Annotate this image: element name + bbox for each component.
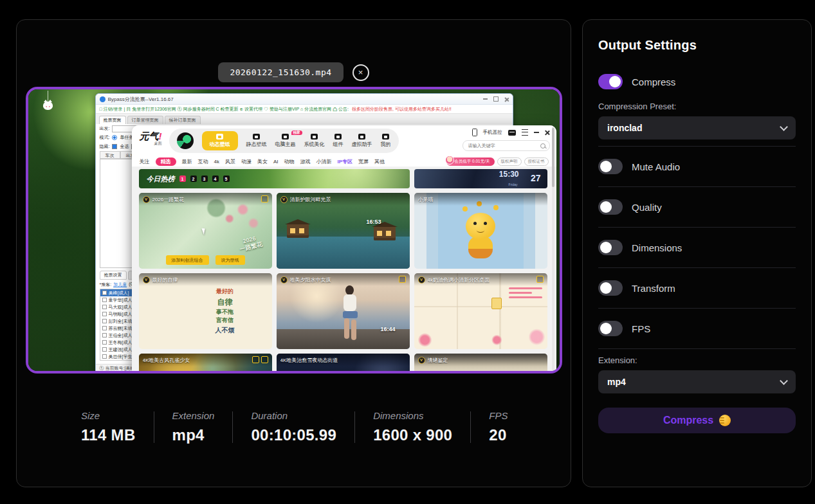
character-art <box>466 213 495 240</box>
image-icon <box>253 134 260 140</box>
nav-pc-theme[interactable]: 独家 电脑主题 <box>275 134 296 148</box>
fullscreen-icon[interactable] <box>536 276 544 283</box>
passenger-checkbox[interactable] <box>102 319 107 323</box>
menu-icon[interactable] <box>522 129 528 136</box>
category-game[interactable]: 游戏 <box>300 158 311 165</box>
membership-promo-banner[interactable]: 会员低于 0.01元/天 <box>446 158 494 166</box>
mute-audio-toggle[interactable] <box>598 159 623 174</box>
ticket-tab-waitlist[interactable]: 候补订单页面 <box>165 116 201 124</box>
wallpaper-card[interactable]: 2026一路繁花 2026 一路繁花 添加到创意组合 设为壁纸 <box>139 193 272 269</box>
set-as-wallpaper-button[interactable]: 设为壁纸 <box>215 255 245 265</box>
wallpaper-card[interactable]: 最好的自律 最好的 自律 事不拖 言有信 人不烦 <box>139 273 272 349</box>
category-beauty[interactable]: 美女 <box>257 158 268 165</box>
category-interactive[interactable]: 互动 <box>198 158 208 165</box>
search-input[interactable] <box>467 143 527 148</box>
add-to-collection-button[interactable]: 添加到创意组合 <box>166 255 209 265</box>
passenger-checkbox[interactable] <box>102 354 107 359</box>
hot-rank-pill[interactable]: 4 <box>212 176 219 182</box>
category-ip-zone[interactable]: IP专区 <box>338 158 353 165</box>
wallpaper-card[interactable]: 4K唯美治愈雪夜动态街道 <box>277 354 410 371</box>
wallpaper-card[interactable]: 4k奶油色调小清新分区桌面 <box>414 273 547 349</box>
compress-button[interactable]: Compress <box>598 408 796 433</box>
category-animal[interactable]: 动物 <box>284 158 295 165</box>
nav-system-beautify[interactable]: 系统美化 <box>304 134 325 148</box>
category-follow[interactable]: 关注 <box>140 158 150 165</box>
message-icon[interactable] <box>508 130 516 136</box>
card-title: 唯美夕阳水中女孩 <box>290 276 331 284</box>
category-featured[interactable]: 精选 <box>156 158 176 166</box>
extension-value: mp4 <box>607 377 626 387</box>
category-scenery[interactable]: 风景 <box>225 158 235 165</box>
toggle-knob <box>600 201 612 213</box>
fullscreen-icon[interactable] <box>261 356 268 363</box>
ticket-menu-items[interactable]: □ 注销/登录 | 日 免登录打开12306官网 ① 同步服务器时间 C 检查更… <box>100 106 349 113</box>
wallpaper-card[interactable]: 小呆喵 <box>414 193 547 269</box>
compression-preset-select[interactable]: ironclad <box>598 116 796 140</box>
wallpaper-card[interactable]: 清新护眼河畔光景 16:53 <box>277 193 410 269</box>
wallpaper-card[interactable]: 4K唯美古风孔雀少女 <box>139 354 272 371</box>
hot-rank-pill[interactable]: 5 <box>223 176 230 182</box>
nav-mine[interactable]: 我的 <box>381 134 391 148</box>
transform-toggle[interactable] <box>598 280 623 296</box>
nav-virtual-assistant[interactable]: 虚拟助手 <box>352 134 372 148</box>
passenger-checkbox[interactable] <box>102 312 107 316</box>
extension-select[interactable]: mp4 <box>598 370 796 393</box>
hot-rank-pill[interactable]: 2 <box>190 176 197 182</box>
minimize-icon[interactable] <box>483 98 488 100</box>
quality-toggle[interactable] <box>598 199 623 215</box>
close-icon[interactable] <box>545 130 550 135</box>
mute-audio-toggle-row: Mute Audio <box>598 153 796 180</box>
mode-radio[interactable] <box>112 135 117 140</box>
exclusive-badge: 独家 <box>291 130 302 135</box>
wallpaper-card[interactable]: 唯美夕阳水中女孩 16:44 <box>277 273 410 349</box>
output-settings-panel: Output Settings Compress Compression Pre… <box>582 19 812 487</box>
passenger-checkbox[interactable] <box>102 298 107 302</box>
minimize-icon[interactable] <box>534 132 539 133</box>
maximize-icon[interactable] <box>493 96 499 102</box>
ticket-tab-orders[interactable]: 订单管理页面 <box>127 116 163 124</box>
hot-ranking-banner[interactable]: 今日热榜 1 2 3 4 5 <box>139 169 410 188</box>
nav-static-wallpaper[interactable]: 静态壁纸 <box>246 134 267 148</box>
wallpaper-card[interactable]: 情绪鉴定 情 <box>414 354 547 371</box>
ticket-tab-grab[interactable]: 抢票页面 <box>99 116 126 124</box>
hot-rank-pill[interactable]: 1 <box>179 176 186 182</box>
copyright-statement-button[interactable]: 版权声明 <box>497 158 522 166</box>
passenger-checkbox[interactable] <box>102 305 107 309</box>
extension-label: Extension: <box>598 356 796 365</box>
phone-remote-label[interactable]: 手机遥控 <box>483 129 502 136</box>
dimensions-toggle[interactable] <box>598 240 623 255</box>
avatar[interactable] <box>177 132 194 149</box>
fps-toggle[interactable] <box>598 321 623 336</box>
ticket-window-title: Bypass分流抢票--Ver1.16.67 <box>108 96 481 103</box>
scrollbar-thumb[interactable] <box>552 128 554 187</box>
collection-icon[interactable] <box>252 356 259 363</box>
wallpaper-search[interactable] <box>462 140 550 151</box>
hot-rank-pill[interactable]: 3 <box>201 176 208 182</box>
add-child-link[interactable]: 加儿童 <box>113 282 127 288</box>
passenger-checkbox[interactable] <box>102 326 107 330</box>
compress-toggle[interactable] <box>598 74 623 89</box>
video-preview[interactable]: Bypass分流抢票--Ver1.16.67 □ 注销/登录 | 日 免登录打开… <box>26 87 562 374</box>
category-4k[interactable]: 4k <box>214 159 219 165</box>
tab-grab-settings[interactable]: 抢票设置 <box>100 271 127 280</box>
passenger-checkbox[interactable] <box>102 291 107 295</box>
category-ai[interactable]: AI <box>273 159 279 165</box>
passenger-checkbox[interactable] <box>102 333 107 338</box>
fullscreen-icon[interactable] <box>399 276 406 283</box>
nav-dynamic-wallpaper[interactable]: 动态壁纸 <box>202 131 238 150</box>
category-fresh[interactable]: 小清新 <box>316 158 332 165</box>
passenger-checkbox[interactable] <box>102 347 107 352</box>
nav-widgets[interactable]: 组件 <box>333 134 343 148</box>
remove-file-button[interactable]: × <box>353 64 369 81</box>
clock-widget-card[interactable]: 15:30 27 Friday <box>414 169 547 188</box>
category-other[interactable]: 其他 <box>374 158 385 165</box>
close-icon[interactable] <box>504 97 509 102</box>
license-certificate-button[interactable]: 授权证书 <box>524 158 549 166</box>
category-anime[interactable]: 动漫 <box>241 158 252 165</box>
select-all-checkbox[interactable] <box>112 144 117 149</box>
fullscreen-icon[interactable] <box>261 195 268 203</box>
mouse-cursor-icon <box>201 228 206 235</box>
category-widescreen[interactable]: 宽屏 <box>358 158 369 165</box>
passenger-checkbox[interactable] <box>102 340 107 345</box>
category-newest[interactable]: 最新 <box>182 158 192 165</box>
